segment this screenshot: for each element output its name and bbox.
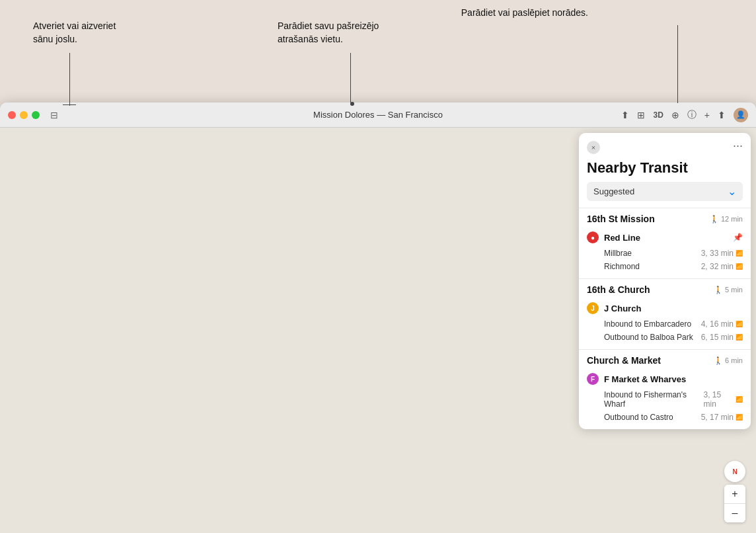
zoom-out-button[interactable]: – <box>724 504 745 522</box>
walk-icon: 🚶 <box>710 215 719 224</box>
route-balboa[interactable]: Outbound to Balboa Park 6, 15 min 📶 <box>587 331 743 344</box>
red-line-name: Red Line <box>604 233 728 243</box>
walk-time: 6 min <box>725 356 743 364</box>
transit-line-red: ● Red Line 📌 <box>587 228 743 247</box>
sort-value: Suggested <box>593 186 634 196</box>
pin-icon: 📌 <box>733 233 743 242</box>
section-walk: 🚶 12 min <box>710 215 743 224</box>
section-header: 16th & Church 🚶 5 min <box>587 284 743 295</box>
f-line-badge: F <box>587 373 599 385</box>
route-embarcadero[interactable]: Inbound to Embarcadero 4, 16 min 📶 <box>587 317 743 331</box>
map-type-icon[interactable]: ⊞ <box>637 110 645 120</box>
location-icon[interactable]: ⬆ <box>621 110 629 120</box>
annotation-label-3: Parādiet vai paslēpiet norādes. <box>416 7 588 20</box>
info-icon[interactable]: ⓘ <box>687 109 697 121</box>
annotation-label-2: Parādiet savu pašreizējo atrašanās vietu… <box>278 20 379 46</box>
section-walk: 🚶 5 min <box>714 286 743 294</box>
route-richmond[interactable]: Richmond 2, 32 min 📶 <box>587 260 743 273</box>
transit-line-f: F F Market & Wharves <box>587 370 743 388</box>
annotation-label-1: Atveriet vai aizveriet sānu joslu. <box>33 20 116 46</box>
wifi-icon: 📶 <box>736 321 743 327</box>
sort-dropdown[interactable]: Suggested ⌄ <box>587 182 743 201</box>
add-icon[interactable]: + <box>704 110 710 120</box>
route-fishermans[interactable]: Inbound to Fisherman's Wharf 3, 15 min 📶 <box>587 388 743 411</box>
share-icon[interactable]: ⬆ <box>718 110 726 120</box>
nearby-transit-panel: × ··· Nearby Transit Suggested ⌄ 16th St… <box>579 133 751 429</box>
route-castro[interactable]: Outbound to Castro 5, 17 min 📶 <box>587 411 743 424</box>
section-header: 16th St Mission 🚶 12 min <box>587 214 743 224</box>
wifi-icon: 📶 <box>736 414 743 421</box>
three-d-button[interactable]: 3D <box>653 110 663 120</box>
layers-icon[interactable]: ⊕ <box>671 110 679 120</box>
section-walk: 🚶 6 min <box>714 356 743 365</box>
transit-section-16th-church: 16th & Church 🚶 5 min J J Church Inbound… <box>579 278 751 349</box>
map-container[interactable]: TURK ST FULTON ST HAYES ST HAIGHT ST HEN… <box>0 128 756 533</box>
window-title: Mission Dolores — San Francisco <box>313 110 443 120</box>
section-title: Church & Market <box>587 355 661 366</box>
panel-header: × ··· <box>579 133 751 159</box>
route-time: 3, 33 min 📶 <box>701 249 743 258</box>
section-title: 16th & Church <box>587 284 650 295</box>
wifi-icon: 📶 <box>736 396 743 403</box>
panel-content[interactable]: 16th St Mission 🚶 12 min ● Red Line 📌 Mi… <box>579 208 751 429</box>
minimize-button[interactable] <box>20 111 28 119</box>
wifi-icon: 📶 <box>736 334 743 341</box>
f-line-name: F Market & Wharves <box>604 374 743 384</box>
route-dest: Richmond <box>604 262 640 271</box>
transit-line-j: J J Church <box>587 299 743 317</box>
main-window: ⊟ Mission Dolores — San Francisco ⬆ ⊞ 3D… <box>0 102 756 533</box>
j-line-name: J Church <box>604 304 743 313</box>
walk-icon: 🚶 <box>714 356 723 365</box>
window-controls <box>8 111 40 119</box>
compass-n-label: N <box>732 468 737 475</box>
walk-time: 12 min <box>721 215 743 223</box>
wifi-icon: 📶 <box>736 263 743 270</box>
panel-title: Nearby Transit <box>579 159 751 182</box>
transit-section-church-market: Church & Market 🚶 6 min F F Market & Wha… <box>579 349 751 429</box>
route-time: 4, 16 min 📶 <box>701 319 743 329</box>
maximize-button[interactable] <box>32 111 40 119</box>
dropdown-arrow-icon: ⌄ <box>728 185 736 198</box>
titlebar: ⊟ Mission Dolores — San Francisco ⬆ ⊞ 3D… <box>0 102 756 128</box>
map-controls: N + – <box>724 461 745 522</box>
route-dest: Millbrae <box>604 249 632 258</box>
section-header: Church & Market 🚶 6 min <box>587 355 743 366</box>
route-dest: Inbound to Embarcadero <box>604 319 691 329</box>
zoom-in-button[interactable]: + <box>724 485 745 503</box>
toolbar-right: ⬆ ⊞ 3D ⊕ ⓘ + ⬆ 👤 <box>621 108 748 122</box>
transit-section-16th-mission: 16th St Mission 🚶 12 min ● Red Line 📌 Mi… <box>579 208 751 278</box>
compass-button[interactable]: N <box>724 461 745 482</box>
route-time: 6, 15 min 📶 <box>701 333 743 342</box>
walk-icon: 🚶 <box>714 286 723 294</box>
red-line-badge: ● <box>587 231 599 243</box>
route-time: 5, 17 min 📶 <box>701 413 743 422</box>
route-dest: Outbound to Castro <box>604 413 673 422</box>
sidebar-toggle-icon[interactable]: ⊟ <box>50 110 58 120</box>
panel-close-button[interactable]: × <box>587 141 600 154</box>
wifi-icon: 📶 <box>736 250 743 257</box>
walk-time: 5 min <box>725 286 743 294</box>
route-dest: Inbound to Fisherman's Wharf <box>604 390 704 409</box>
close-button[interactable] <box>8 111 16 119</box>
route-time: 3, 15 min 📶 <box>704 390 743 409</box>
j-line-badge: J <box>587 302 599 314</box>
panel-more-button[interactable]: ··· <box>733 140 743 151</box>
route-dest: Outbound to Balboa Park <box>604 333 693 342</box>
user-avatar[interactable]: 👤 <box>734 108 748 122</box>
zoom-controls: + – <box>724 485 745 522</box>
route-time: 2, 32 min 📶 <box>701 262 743 271</box>
section-title: 16th St Mission <box>587 214 655 224</box>
route-millbrae[interactable]: Millbrae 3, 33 min 📶 <box>587 247 743 260</box>
